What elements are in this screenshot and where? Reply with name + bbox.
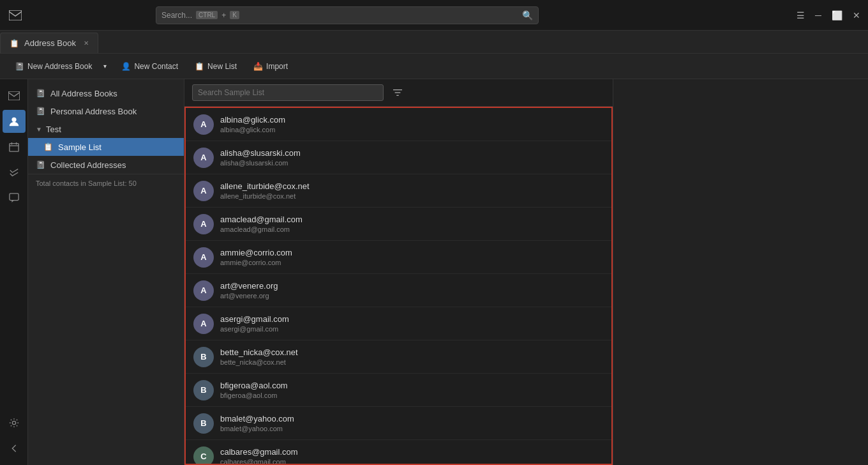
- svg-point-8: [12, 421, 15, 424]
- global-search[interactable]: Search... CTRL + K 🔍: [156, 6, 539, 24]
- contact-info: bette_nicka@cox.net bette_nicka@cox.net: [220, 347, 298, 366]
- address-book-tab[interactable]: 📋 Address Book ✕: [0, 33, 98, 53]
- avatar: C: [193, 446, 214, 466]
- shortcut-plus: +: [221, 11, 226, 20]
- contact-email: art@venere.org: [220, 292, 278, 300]
- search-label: Search...: [161, 11, 192, 20]
- contact-item[interactable]: B bfigeroa@aol.com bfigeroa@aol.com: [186, 374, 611, 407]
- new-address-book-button[interactable]: 📓 New Address Book: [8, 57, 99, 75]
- hamburger-icon[interactable]: ☰: [797, 10, 805, 20]
- contact-item[interactable]: A ammie@corrio.com ammie@corrio.com: [186, 241, 611, 274]
- nav-personal-address-book[interactable]: 📓 Personal Address Book: [28, 102, 184, 120]
- chevron-down-icon: ▾: [103, 63, 107, 70]
- toolbar: 📓 New Address Book ▾ 👤 New Contact 📋 New…: [0, 54, 868, 79]
- contact-name: amaclead@gmail.com: [220, 215, 303, 224]
- sidebar-item-back[interactable]: [3, 437, 26, 460]
- sidebar-item-settings[interactable]: [3, 411, 26, 434]
- tab-label: Address Book: [24, 38, 76, 48]
- contact-item[interactable]: B bette_nicka@cox.net bette_nicka@cox.ne…: [186, 340, 611, 374]
- minimize-icon[interactable]: ─: [815, 10, 821, 20]
- icon-sidebar: [0, 79, 28, 465]
- contact-email: calbares@gmail.com: [220, 458, 298, 465]
- content-area: A albina@glick.com albina@glick.com A al…: [184, 79, 613, 465]
- nav-sample-list[interactable]: 📋 Sample List: [28, 138, 184, 156]
- collected-icon: 📓: [36, 160, 45, 169]
- content-header: [184, 79, 613, 107]
- contact-icon: 👤: [121, 62, 131, 71]
- contact-item[interactable]: A alisha@slusarski.com alisha@slusarski.…: [186, 141, 611, 174]
- contact-item[interactable]: C calbares@gmail.com calbares@gmail.com: [186, 440, 611, 465]
- contact-info: bfigeroa@aol.com bfigeroa@aol.com: [220, 381, 288, 399]
- contact-info: art@venere.org art@venere.org: [220, 281, 278, 300]
- search-input[interactable]: [192, 84, 384, 101]
- test-label: Test: [46, 125, 61, 134]
- avatar: A: [193, 247, 214, 268]
- tab-close-button[interactable]: ✕: [84, 40, 89, 47]
- contact-info: amaclead@gmail.com amaclead@gmail.com: [220, 215, 303, 233]
- contact-name: alisha@slusarski.com: [220, 148, 301, 158]
- avatar: A: [193, 280, 214, 301]
- sidebar-item-mail[interactable]: [3, 84, 26, 107]
- contact-name: asergi@gmail.com: [220, 314, 289, 324]
- sidebar-item-chat[interactable]: [3, 187, 26, 210]
- contact-name: art@venere.org: [220, 281, 278, 291]
- contact-name: albina@glick.com: [220, 115, 285, 125]
- contact-item[interactable]: A asergi@gmail.com asergi@gmail.com: [186, 307, 611, 340]
- contact-name: calbares@gmail.com: [220, 447, 298, 457]
- contact-item[interactable]: A amaclead@gmail.com amaclead@gmail.com: [186, 208, 611, 241]
- contact-email: amaclead@gmail.com: [220, 225, 303, 233]
- contact-info: asergi@gmail.com asergi@gmail.com: [220, 314, 289, 333]
- tab-bar: 📋 Address Book ✕: [0, 31, 868, 54]
- contact-item[interactable]: A art@venere.org art@venere.org: [186, 274, 611, 307]
- svg-rect-3: [9, 144, 18, 151]
- contact-item[interactable]: A albina@glick.com albina@glick.com: [186, 108, 611, 141]
- contact-name: bette_nicka@cox.net: [220, 347, 298, 357]
- close-icon[interactable]: ✕: [853, 10, 860, 20]
- top-bar: Search... CTRL + K 🔍 ☰ ─ ⬜ ✕: [0, 0, 868, 31]
- contact-email: bette_nicka@cox.net: [220, 358, 298, 366]
- sidebar-item-tasks[interactable]: [3, 161, 26, 184]
- import-button[interactable]: 📥 Import: [246, 57, 295, 75]
- svg-rect-1: [8, 91, 20, 100]
- maximize-icon[interactable]: ⬜: [832, 10, 842, 20]
- import-icon: 📥: [253, 62, 263, 71]
- new-list-button[interactable]: 📋 New List: [188, 57, 244, 75]
- contact-count-status: Total contacts in Sample List: 50: [28, 174, 184, 192]
- main-layout: 📓 All Address Books 📓 Personal Address B…: [0, 79, 868, 465]
- window-controls: ☰ ─ ⬜ ✕: [797, 10, 860, 20]
- contact-name: bfigeroa@aol.com: [220, 381, 288, 390]
- contact-email: bfigeroa@aol.com: [220, 392, 288, 399]
- contact-name: ammie@corrio.com: [220, 248, 292, 257]
- personal-book-icon: 📓: [36, 107, 45, 116]
- contact-info: bmalet@yahoo.com bmalet@yahoo.com: [220, 414, 294, 432]
- contact-email: ammie@corrio.com: [220, 259, 292, 266]
- nav-collected-addresses[interactable]: 📓 Collected Addresses: [28, 156, 184, 174]
- contact-item[interactable]: A allene_iturbide@cox.net allene_iturbid…: [186, 174, 611, 208]
- search-icon: 🔍: [522, 10, 533, 20]
- contact-email: albina@glick.com: [220, 126, 285, 133]
- contact-email: allene_iturbide@cox.net: [220, 192, 310, 200]
- sidebar-item-calendar[interactable]: [3, 135, 26, 158]
- contact-list: A albina@glick.com albina@glick.com A al…: [184, 107, 613, 465]
- contact-info: ammie@corrio.com ammie@corrio.com: [220, 248, 292, 266]
- nav-test-group: ▼ Test: [28, 120, 184, 138]
- contact-email: alisha@slusarski.com: [220, 159, 301, 167]
- new-address-book-dropdown[interactable]: ▾: [98, 57, 112, 75]
- sidebar-item-contacts[interactable]: [3, 110, 26, 133]
- expand-icon[interactable]: ▼: [36, 126, 42, 133]
- avatar: A: [193, 214, 214, 234]
- contact-info: allene_iturbide@cox.net allene_iturbide@…: [220, 181, 310, 200]
- contact-item[interactable]: B bmalet@yahoo.com bmalet@yahoo.com: [186, 407, 611, 440]
- svg-rect-0: [9, 10, 22, 20]
- avatar: B: [193, 380, 214, 400]
- filter-button[interactable]: [389, 84, 407, 101]
- avatar: A: [193, 148, 214, 168]
- new-contact-button[interactable]: 👤 New Contact: [114, 57, 185, 75]
- address-book-icon: 📓: [15, 62, 24, 71]
- shortcut-k: K: [230, 11, 239, 19]
- contact-name: allene_iturbide@cox.net: [220, 181, 310, 191]
- address-books-icon: 📓: [36, 89, 45, 98]
- nav-all-address-books[interactable]: 📓 All Address Books: [28, 84, 184, 102]
- avatar: B: [193, 413, 214, 434]
- list-icon: 📋: [195, 62, 204, 71]
